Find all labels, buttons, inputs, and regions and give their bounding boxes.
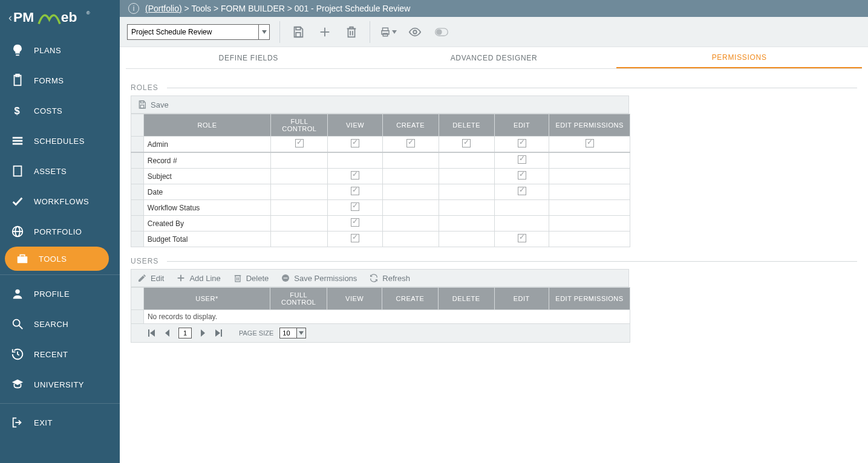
breadcrumb-root[interactable]: (Portfolio)	[145, 4, 182, 13]
dropdown-icon[interactable]	[296, 328, 306, 338]
perm-cell[interactable]	[271, 169, 328, 184]
perm-cell[interactable]	[549, 169, 630, 184]
prev-page-icon[interactable]	[163, 328, 172, 338]
perm-cell[interactable]	[495, 216, 549, 232]
nav-item-workflows[interactable]: WORKFLOWS	[0, 186, 120, 216]
perm-cell[interactable]	[328, 137, 383, 153]
checkbox-icon[interactable]	[351, 202, 359, 211]
next-page-icon[interactable]	[198, 328, 207, 338]
users-refresh-button[interactable]: Refresh	[369, 273, 410, 283]
nav-item-costs[interactable]: $COSTS	[0, 96, 120, 126]
perm-cell[interactable]	[439, 216, 495, 232]
perm-cell[interactable]	[439, 200, 495, 216]
perm-cell[interactable]	[271, 216, 328, 232]
checkbox-icon[interactable]	[518, 187, 526, 195]
perm-cell[interactable]	[328, 200, 383, 216]
page-size-selector[interactable]	[279, 328, 306, 338]
checkbox-icon[interactable]	[406, 139, 415, 147]
checkbox-icon[interactable]	[462, 139, 471, 147]
perm-cell[interactable]	[382, 200, 439, 216]
perm-cell[interactable]	[439, 169, 495, 184]
perm-cell[interactable]	[439, 232, 495, 247]
perm-cell[interactable]	[495, 137, 549, 153]
checkbox-icon[interactable]	[518, 139, 526, 147]
checkbox-icon[interactable]	[518, 171, 526, 180]
nav-item-portfolio[interactable]: PORTFOLIO	[0, 216, 120, 247]
row-handle[interactable]	[131, 169, 144, 184]
perm-cell[interactable]	[271, 232, 328, 247]
perm-cell[interactable]	[271, 200, 328, 216]
perm-cell[interactable]	[495, 152, 549, 169]
nav-item-exit[interactable]: EXIT	[0, 407, 120, 438]
nav-item-tools[interactable]: TOOLS	[5, 247, 109, 271]
perm-cell[interactable]	[495, 200, 549, 216]
users-add-button[interactable]: Add Line	[176, 273, 220, 283]
checkbox-icon[interactable]	[351, 139, 359, 147]
checkbox-icon[interactable]	[351, 171, 359, 180]
row-handle[interactable]	[131, 184, 144, 200]
page-size-input[interactable]	[279, 328, 296, 338]
nav-item-assets[interactable]: ASSETS	[0, 156, 120, 186]
nav-item-profile[interactable]: PROFILE	[0, 279, 120, 309]
delete-icon[interactable]	[343, 24, 360, 40]
print-icon[interactable]	[380, 24, 397, 40]
perm-cell[interactable]	[382, 184, 439, 200]
perm-cell[interactable]	[271, 152, 328, 169]
info-icon[interactable]: i	[128, 3, 139, 14]
first-page-icon[interactable]	[147, 328, 157, 338]
checkbox-icon[interactable]	[351, 234, 359, 242]
checkbox-icon[interactable]	[586, 139, 594, 147]
perm-cell[interactable]	[382, 152, 439, 169]
perm-cell[interactable]	[382, 232, 439, 247]
users-save-button[interactable]: Save Permissions	[281, 273, 357, 283]
perm-cell[interactable]	[439, 184, 495, 200]
perm-cell[interactable]	[382, 137, 439, 153]
nav-item-plans[interactable]: PLANS	[0, 35, 120, 65]
perm-cell[interactable]	[549, 184, 630, 200]
row-handle[interactable]	[131, 200, 144, 216]
perm-cell[interactable]	[549, 152, 630, 169]
checkbox-icon[interactable]	[518, 234, 526, 242]
roles-save-button[interactable]: Save	[137, 100, 169, 109]
perm-cell[interactable]	[382, 169, 439, 184]
perm-cell[interactable]	[382, 216, 439, 232]
save-icon[interactable]	[290, 24, 307, 40]
tab-permissions[interactable]: PERMISSIONS	[616, 47, 862, 68]
users-delete-button[interactable]: Delete	[233, 273, 269, 283]
row-handle[interactable]	[131, 216, 144, 232]
page-number-input[interactable]	[178, 328, 192, 338]
nav-item-forms[interactable]: FORMS	[0, 65, 120, 96]
back-caret-icon[interactable]: ‹	[8, 11, 12, 24]
add-icon[interactable]	[316, 24, 333, 40]
perm-cell[interactable]	[271, 137, 328, 153]
preview-icon[interactable]	[406, 24, 423, 40]
perm-cell[interactable]	[271, 184, 328, 200]
checkbox-icon[interactable]	[351, 218, 359, 227]
perm-cell[interactable]	[439, 152, 495, 169]
tab-define-fields[interactable]: DEFINE FIELDS	[126, 47, 371, 68]
perm-cell[interactable]	[549, 232, 630, 247]
perm-cell[interactable]	[495, 169, 549, 184]
nav-item-search[interactable]: SEARCH	[0, 309, 120, 339]
checkbox-icon[interactable]	[518, 155, 526, 164]
perm-cell[interactable]	[439, 137, 495, 153]
perm-cell[interactable]	[328, 232, 383, 247]
nav-item-recent[interactable]: RECENT	[0, 339, 120, 369]
form-selector-input[interactable]	[128, 28, 258, 36]
perm-cell[interactable]	[328, 152, 383, 169]
perm-cell[interactable]	[328, 184, 383, 200]
nav-item-university[interactable]: UNIVERSITY	[0, 369, 120, 400]
row-handle[interactable]	[131, 137, 144, 153]
last-page-icon[interactable]	[214, 328, 223, 338]
users-edit-button[interactable]: Edit	[137, 273, 164, 283]
nav-item-schedules[interactable]: SCHEDULES	[0, 126, 120, 156]
row-handle[interactable]	[131, 232, 144, 247]
perm-cell[interactable]	[549, 200, 630, 216]
perm-cell[interactable]	[495, 232, 549, 247]
perm-cell[interactable]	[328, 169, 383, 184]
perm-cell[interactable]	[495, 184, 549, 200]
toggle-icon[interactable]	[433, 24, 450, 40]
perm-cell[interactable]	[549, 137, 630, 153]
perm-cell[interactable]	[328, 216, 383, 232]
row-handle[interactable]	[131, 152, 144, 169]
